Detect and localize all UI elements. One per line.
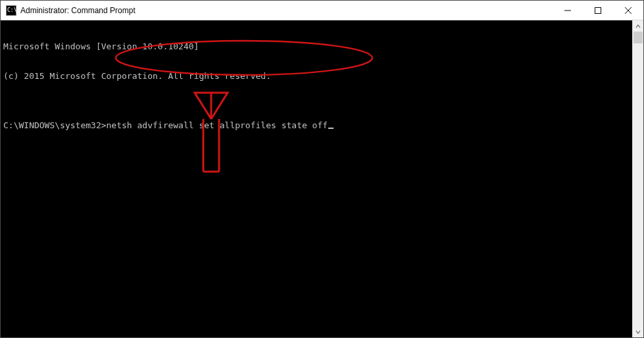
prompt-path: C:\WINDOWS\system32> xyxy=(3,120,107,130)
minimize-icon xyxy=(564,7,571,14)
typed-command: netsh advfirewall set allprofiles state … xyxy=(107,120,328,130)
cursor xyxy=(328,128,334,129)
close-icon xyxy=(625,7,632,14)
maximize-icon xyxy=(595,7,601,14)
prompt-line: C:\WINDOWS\system32>netsh advfirewall se… xyxy=(3,120,630,130)
minimize-button[interactable] xyxy=(553,1,583,20)
command-prompt-window: C:\ Administrator: Command Prompt Micros… xyxy=(0,0,644,338)
scroll-up-button[interactable] xyxy=(633,20,643,32)
scroll-track[interactable] xyxy=(633,32,643,326)
version-line: Microsoft Windows [Version 10.0.10240] xyxy=(3,41,630,51)
scroll-thumb[interactable] xyxy=(633,32,643,43)
console-output[interactable]: Microsoft Windows [Version 10.0.10240] (… xyxy=(1,20,632,337)
chevron-up-icon xyxy=(635,24,641,29)
svg-rect-4 xyxy=(595,7,601,13)
vertical-scrollbar[interactable] xyxy=(632,20,643,337)
maximize-button[interactable] xyxy=(583,1,613,20)
close-button[interactable] xyxy=(613,1,643,20)
window-title: Administrator: Command Prompt xyxy=(20,6,136,15)
svg-text:C:\: C:\ xyxy=(7,7,16,13)
annotation-arrow xyxy=(195,93,228,172)
chevron-down-icon xyxy=(635,329,641,335)
copyright-line: (c) 2015 Microsoft Corporation. All righ… xyxy=(3,71,630,81)
titlebar[interactable]: C:\ Administrator: Command Prompt xyxy=(1,1,643,20)
client-area: Microsoft Windows [Version 10.0.10240] (… xyxy=(1,20,643,337)
cmd-icon: C:\ xyxy=(6,5,16,16)
scroll-down-button[interactable] xyxy=(633,326,643,337)
